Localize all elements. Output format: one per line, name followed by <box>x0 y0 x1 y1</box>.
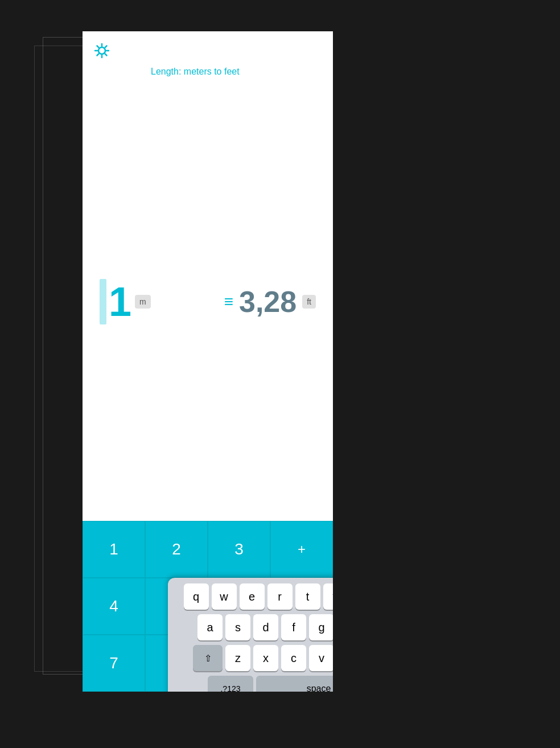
input-unit[interactable]: m <box>135 295 151 309</box>
key-s[interactable]: s <box>225 614 250 640</box>
input-value-container: 1 m <box>100 278 151 325</box>
space-key[interactable]: space <box>256 676 333 692</box>
key-x[interactable]: x <box>253 645 278 671</box>
key-f[interactable]: f <box>281 614 306 640</box>
input-cursor <box>100 279 106 324</box>
settings-icon[interactable] <box>94 43 110 62</box>
keyboard-row-4: .?123 space Next <box>171 676 333 692</box>
numpad-key-7[interactable]: 7 <box>83 635 145 692</box>
result-container: ≡ 3,28 ft <box>224 285 316 319</box>
svg-line-5 <box>97 46 99 48</box>
input-number[interactable]: 1 <box>109 278 131 325</box>
key-t[interactable]: t <box>295 583 320 610</box>
numpad-key-3[interactable]: 3 <box>208 521 270 578</box>
keyboard-row-1: q w e r t y u i o p <box>171 583 333 610</box>
key-z[interactable]: z <box>225 645 250 671</box>
keyboard-row-3: ⇧ z x c v b n m ⌫ <box>171 645 333 671</box>
key-e[interactable]: e <box>240 583 265 610</box>
symbols-key[interactable]: .?123 <box>208 676 253 692</box>
numpad-key-4[interactable]: 4 <box>83 578 145 635</box>
conversion-label: Length: meters to feet <box>151 67 240 77</box>
numpad-key-plus[interactable]: + <box>270 521 333 578</box>
display-area: 1 m ≡ 3,28 ft <box>83 83 333 521</box>
numpad-key-2[interactable]: 2 <box>145 521 208 578</box>
key-v[interactable]: v <box>309 645 333 671</box>
key-g[interactable]: g <box>309 614 333 640</box>
result-unit: ft <box>302 295 316 309</box>
key-r[interactable]: r <box>267 583 293 610</box>
keyboard-overlay: q w e r t y u i o p a s d f g h j k l ⇧ … <box>168 578 333 692</box>
key-w[interactable]: w <box>212 583 237 610</box>
key-d[interactable]: d <box>253 614 278 640</box>
shift-key[interactable]: ⇧ <box>193 645 223 671</box>
svg-point-0 <box>98 47 105 54</box>
app-header: Length: meters to feet <box>83 31 333 83</box>
app-card: Length: meters to feet 1 m ≡ 3,28 ft 1 2… <box>83 31 333 692</box>
numpad-key-1[interactable]: 1 <box>83 521 145 578</box>
svg-line-7 <box>105 46 107 48</box>
svg-line-8 <box>97 54 99 56</box>
svg-line-6 <box>105 54 107 56</box>
key-c[interactable]: c <box>281 645 306 671</box>
key-y[interactable]: y <box>323 583 333 610</box>
equals-icon: ≡ <box>224 293 233 311</box>
key-q[interactable]: q <box>184 583 209 610</box>
keyboard-row-2: a s d f g h j k l <box>171 614 333 640</box>
key-a[interactable]: a <box>197 614 223 640</box>
result-number: 3,28 <box>239 285 297 319</box>
